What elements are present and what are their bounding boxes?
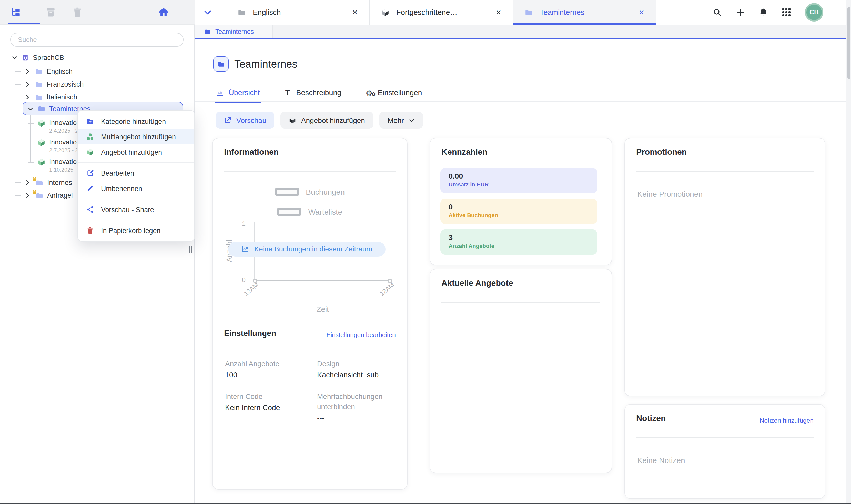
lock-icon bbox=[32, 189, 37, 194]
settings-section-title: Einstellungen bbox=[224, 329, 276, 338]
chart-legend: BuchungenWarteliste bbox=[224, 185, 396, 226]
breadcrumb-bar: Teaminternes bbox=[195, 24, 846, 38]
chart-zero-line bbox=[255, 280, 390, 281]
menu-item-umbenennen[interactable]: Umbenennen bbox=[78, 181, 194, 196]
document-tab-label: Teaminternes bbox=[540, 8, 632, 16]
menu-item-kategorie-hinzufügen[interactable]: Kategorie hinzufügen bbox=[78, 114, 194, 129]
breadcrumb-label: Teaminternes bbox=[215, 28, 254, 35]
trash-icon[interactable] bbox=[72, 7, 83, 18]
avatar[interactable]: CB bbox=[805, 3, 823, 21]
settings-field: Intern CodeKein Intern Code bbox=[225, 391, 308, 423]
settings-fields: Anzahl Angebote100DesignKachelansicht_su… bbox=[225, 359, 400, 423]
tab-einstellungen[interactable]: ⚙⚙Einstellungen bbox=[365, 87, 422, 99]
tab-close-icon[interactable]: ✕ bbox=[352, 8, 358, 16]
tree-item-französisch[interactable]: Französisch bbox=[0, 78, 194, 91]
tree-item-englisch[interactable]: Englisch bbox=[0, 65, 194, 78]
add-offer-button[interactable]: Angebot hinzufügen bbox=[281, 112, 373, 129]
more-button-label: Mehr bbox=[387, 116, 404, 124]
document-tab-strip: Englisch✕Fortgeschrittene…✕Teaminternes✕ bbox=[195, 0, 691, 24]
menu-item-multiangebot-hinzufügen[interactable]: Multiangebot hinzufügen bbox=[78, 129, 194, 144]
scrollbar-thumb[interactable] bbox=[847, 7, 850, 79]
settings-field-label: Anzahl Angebote bbox=[225, 359, 308, 369]
bell-icon[interactable] bbox=[759, 8, 768, 17]
page-folder-icon bbox=[213, 56, 229, 72]
legend-item[interactable]: Buchungen bbox=[224, 185, 396, 198]
no-bookings-text: Keine Buchungen in diesem Zeitraum bbox=[254, 245, 372, 253]
home-icon[interactable] bbox=[158, 7, 169, 18]
breadcrumb[interactable]: Teaminternes bbox=[195, 25, 273, 38]
settings-field: Anzahl Angebote100 bbox=[225, 359, 308, 380]
cube-green-icon bbox=[86, 148, 94, 156]
search-icon[interactable] bbox=[713, 8, 722, 17]
menu-item-label: Bearbeiten bbox=[101, 169, 134, 177]
chevron-down-icon[interactable] bbox=[27, 105, 34, 112]
tree-offer-text: Innovatio2.4.2025 - 2 bbox=[49, 118, 78, 134]
tab-label: Einstellungen bbox=[378, 89, 422, 97]
no-bookings-badge: Keine Buchungen in diesem Zeitraum bbox=[228, 242, 385, 257]
edit-settings-link[interactable]: Einstellungen bearbeiten bbox=[326, 331, 396, 339]
chev-right-icon bbox=[24, 81, 31, 88]
cube-green-icon bbox=[37, 119, 46, 128]
tab-label: Übersicht bbox=[229, 89, 260, 97]
legend-label: Buchungen bbox=[306, 187, 345, 196]
tab-beschreibung[interactable]: TBeschreibung bbox=[283, 87, 342, 99]
preview-button[interactable]: Vorschau bbox=[216, 112, 275, 129]
divider bbox=[441, 302, 600, 303]
document-tab-fortgeschrittene-[interactable]: Fortgeschrittene…✕ bbox=[369, 0, 513, 24]
plus-icon[interactable] bbox=[736, 8, 745, 17]
menu-item-label: Vorschau - Share bbox=[101, 206, 154, 213]
cube-green-icon bbox=[37, 158, 46, 166]
tree-item-label: Englisch bbox=[47, 68, 72, 75]
settings-field-label: Mehrfachbuchungen unterbinden bbox=[317, 391, 400, 412]
folder-icon bbox=[204, 28, 211, 35]
tab-übersicht[interactable]: Übersicht bbox=[216, 87, 260, 99]
folder-icon bbox=[35, 93, 43, 101]
apps-grid-icon[interactable] bbox=[782, 8, 791, 17]
menu-item-label: Angebot hinzufügen bbox=[101, 148, 162, 156]
folder-icon bbox=[237, 8, 246, 17]
chart-area-icon bbox=[216, 89, 224, 97]
card-title: Promotionen bbox=[636, 147, 687, 157]
y-axis-tick: 0 bbox=[237, 276, 246, 284]
tree-item-root[interactable]: SprachCB bbox=[0, 51, 194, 64]
card-aktuelle-angebote: Aktuelle Angebote bbox=[430, 269, 612, 473]
cube-icon bbox=[289, 116, 297, 124]
trash-icon bbox=[86, 227, 94, 235]
chev-right-icon bbox=[24, 68, 31, 75]
card-promotionen: Promotionen Keine Promotionen bbox=[624, 138, 826, 396]
tree-offer-dates: 2.4.2025 - 2 bbox=[49, 127, 78, 134]
tabs-chevron-down-icon[interactable] bbox=[203, 8, 212, 17]
sidebar-resize-handle[interactable] bbox=[189, 246, 193, 253]
menu-item-bearbeiten[interactable]: Bearbeiten bbox=[78, 165, 194, 181]
legend-swatch bbox=[275, 188, 299, 195]
more-button[interactable]: Mehr bbox=[379, 112, 423, 129]
card-informationen: Informationen BuchungenWarteliste 1 0 12… bbox=[212, 138, 407, 490]
menu-item-vorschau-share[interactable]: Vorschau - Share bbox=[78, 202, 194, 217]
building-icon bbox=[21, 54, 29, 61]
scrollbar bbox=[846, 0, 851, 504]
document-tab-englisch[interactable]: Englisch✕ bbox=[226, 0, 369, 24]
menu-item-in-papierkorb-legen[interactable]: In Papierkorb legen bbox=[78, 223, 194, 238]
x-axis-tick: 12AM bbox=[378, 281, 396, 297]
legend-item[interactable]: Warteliste bbox=[224, 205, 396, 218]
tree-offer-dates: 2.7.2025 - 2 bbox=[49, 146, 78, 154]
stat-value: 0.00 bbox=[449, 172, 589, 181]
locked-folder-icon bbox=[35, 191, 44, 199]
chart-line-icon bbox=[241, 245, 249, 253]
stat-value: 0 bbox=[449, 203, 589, 212]
action-buttons: Vorschau Angebot hinzufügen Mehr bbox=[216, 112, 423, 129]
tree-root-label: SprachCB bbox=[33, 54, 64, 61]
tab-close-icon[interactable]: ✕ bbox=[639, 8, 644, 16]
chev-right-icon bbox=[24, 179, 31, 186]
menu-divider bbox=[78, 220, 194, 220]
folder-tree-icon[interactable] bbox=[10, 7, 21, 18]
menu-item-angebot-hinzufügen[interactable]: Angebot hinzufügen bbox=[78, 144, 194, 160]
folder-icon bbox=[524, 8, 533, 17]
tab-close-icon[interactable]: ✕ bbox=[496, 8, 501, 16]
chevron-down-icon[interactable] bbox=[11, 54, 18, 61]
tree-offer-text: Innovatio1.10.2025 - 1 bbox=[49, 157, 81, 173]
tree-item-italienisch[interactable]: Italienisch bbox=[0, 91, 194, 104]
archive-icon[interactable] bbox=[45, 7, 56, 18]
add-notes-link[interactable]: Notizen hinzufügen bbox=[760, 417, 814, 424]
document-tab-teaminternes[interactable]: Teaminternes✕ bbox=[513, 0, 656, 24]
